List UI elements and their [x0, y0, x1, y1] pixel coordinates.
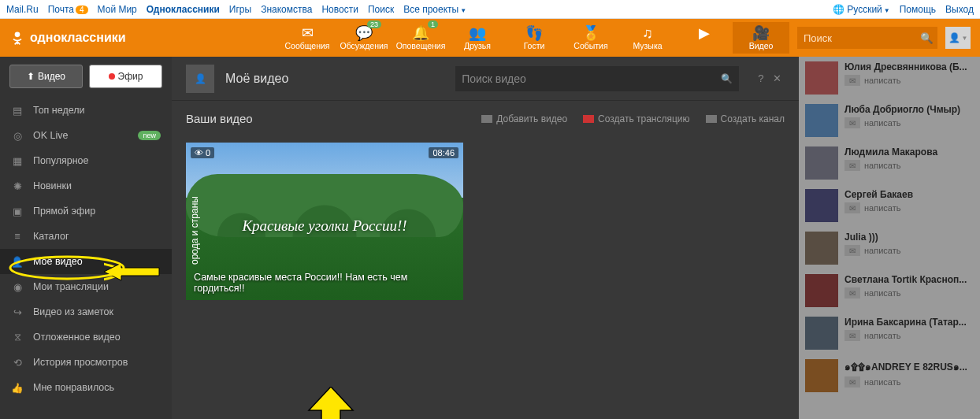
nav-messages[interactable]: ✉Сообщения	[279, 22, 336, 54]
nav-friends[interactable]: 👥Друзья	[449, 22, 506, 54]
upload-video-button[interactable]: ⬆Видео	[9, 65, 83, 88]
sidebar-item-mystreams[interactable]: ◉Мои трансляции	[0, 274, 172, 299]
sidebar-item-oklive[interactable]: ◎OK Livenew	[0, 123, 172, 148]
nav-guests[interactable]: 👣Гости	[506, 22, 562, 54]
sidebar-item-catalog[interactable]: ≡Каталог	[0, 224, 172, 249]
topbar-all[interactable]: Все проекты▼	[403, 4, 466, 15]
friend-item[interactable]: Светлана Tortik Красноп...✉написать	[799, 269, 980, 312]
header: одноклассники ✉Сообщения 23💬Обсуждения 1…	[0, 19, 980, 57]
video-search-input[interactable]	[462, 72, 721, 85]
topbar-search[interactable]: Поиск	[368, 4, 394, 15]
friends-panel: Юлия Дресвянникова (Б...✉написать Люба Д…	[799, 57, 980, 419]
write-button[interactable]: ✉написать	[845, 75, 974, 86]
thumb-duration: 08:46	[429, 147, 458, 158]
nav-play[interactable]: ▶	[676, 22, 733, 54]
topbar-mail[interactable]: Почта4	[48, 4, 88, 15]
sidebar-item-myvideo[interactable]: 👤Моё видео	[0, 249, 172, 274]
nav-video[interactable]: 🎥Видео	[733, 22, 789, 54]
logo[interactable]: одноклассники	[9, 30, 126, 46]
write-button[interactable]: ✉написать	[845, 117, 974, 128]
video-thumbnail[interactable]: Красивые уголки России!! орода и страны …	[186, 143, 463, 300]
avatar	[805, 104, 838, 137]
nav-notifications[interactable]: 1🔔Оповещения	[392, 22, 449, 54]
sidebar-item-popular[interactable]: ▦Популярное	[0, 148, 172, 173]
add-video-link[interactable]: Добавить видео	[481, 113, 567, 124]
bell-icon: 🔔	[392, 25, 449, 41]
friend-item[interactable]: Людмила Макарова✉написать	[799, 142, 980, 184]
friend-item[interactable]: Юлия Дресвянникова (Б...✉написать	[799, 57, 980, 99]
write-button[interactable]: ✉написать	[845, 330, 974, 341]
topbar-dating[interactable]: Знакомства	[261, 4, 312, 15]
header-search-button[interactable]: 🔍	[915, 27, 937, 49]
user-icon: 👤	[11, 256, 24, 268]
nav-discussions[interactable]: 23💬Обсуждения	[336, 22, 392, 54]
envelope-icon: ✉	[845, 287, 860, 298]
write-button[interactable]: ✉написать	[845, 160, 974, 171]
go-live-button[interactable]: Эфир	[89, 65, 162, 88]
thumbup-icon: 👍	[11, 382, 24, 394]
topbar-news[interactable]: Новости	[321, 4, 358, 15]
help-close[interactable]: ? ✕	[758, 72, 785, 84]
sidebar-item-history[interactable]: ⟲История просмотров	[0, 350, 172, 375]
grid-icon: ▦	[11, 155, 24, 167]
globe-icon: 🌐	[833, 4, 845, 15]
write-button[interactable]: ✉написать	[845, 202, 974, 213]
svg-point-0	[15, 32, 20, 38]
nav-events[interactable]: 🏅События	[562, 22, 619, 54]
clock-icon: ⧖	[11, 332, 24, 343]
avatar	[805, 317, 838, 350]
thumb-overlay-text: Красивые уголки России!!	[186, 217, 463, 235]
topbar-help[interactable]: Помощь	[900, 4, 936, 15]
write-button[interactable]: ✉написать	[845, 287, 974, 298]
thumb-views: 👁 0	[191, 147, 214, 158]
panel-title: Моё видео	[225, 72, 288, 86]
topbar-games[interactable]: Игры	[229, 4, 251, 15]
envelope-icon: ✉	[845, 202, 860, 213]
write-button[interactable]: ✉написать	[845, 376, 974, 387]
video-search: 🔍	[455, 66, 739, 91]
friend-item[interactable]: Ирина Баксарина (Татар...✉написать	[799, 312, 980, 354]
sidebar-item-liked[interactable]: 👍Мне понравилось	[0, 375, 172, 400]
sidebar-item-notes[interactable]: ↪Видео из заметок	[0, 299, 172, 324]
sidebar-item-deferred[interactable]: ⧖Отложенное видео	[0, 324, 172, 350]
friend-item[interactable]: Julia )))✉написать	[799, 227, 980, 269]
people-icon: 👥	[449, 25, 506, 41]
ok-logo-icon	[9, 30, 25, 46]
person-icon: 👤	[948, 32, 960, 43]
sidebar-item-live[interactable]: ▣Прямой эфир	[0, 198, 172, 224]
person-icon: 👤	[195, 73, 206, 84]
video-panel: 👤 Моё видео 🔍 ? ✕ Ваши видео Добавить ви…	[172, 57, 799, 419]
topbar-mymir[interactable]: Мой Мир	[98, 4, 137, 15]
topbar-lang[interactable]: 🌐 Русский▼	[833, 4, 890, 15]
chart-icon: ▤	[11, 105, 24, 117]
profile-menu[interactable]: 👤▼	[945, 27, 971, 49]
search-icon[interactable]: 🔍	[721, 73, 733, 84]
envelope-icon: ✉	[845, 245, 860, 256]
write-button[interactable]: ✉написать	[845, 245, 974, 256]
nav: ✉Сообщения 23💬Обсуждения 1🔔Оповещения 👥Д…	[279, 22, 789, 54]
header-search: 🔍	[797, 27, 937, 49]
note-icon: ↪	[11, 306, 24, 318]
avatar	[805, 232, 838, 265]
topbar-exit[interactable]: Выход	[945, 4, 974, 15]
chat-icon: 💬	[336, 25, 392, 41]
topbar-ok[interactable]: Одноклассники	[147, 4, 220, 15]
avatar	[805, 146, 838, 180]
topbar-mailru[interactable]: Mail.Ru	[6, 4, 39, 15]
create-channel-link[interactable]: Создать канал	[706, 113, 785, 124]
rec-icon	[109, 73, 115, 80]
header-search-input[interactable]	[797, 27, 915, 49]
avatar	[805, 61, 838, 95]
friend-item[interactable]: ๑۩۩๑ANDREY E 82RUS๑...✉написать	[799, 354, 980, 397]
envelope-icon: ✉	[845, 376, 860, 387]
gear-icon: ✺	[11, 180, 24, 192]
friend-item[interactable]: Сергей Бакаев✉написать	[799, 184, 980, 227]
sidebar-item-top[interactable]: ▤Топ недели	[0, 98, 172, 123]
channel-icon	[706, 115, 717, 123]
sidebar-item-new[interactable]: ✺Новинки	[0, 173, 172, 198]
create-stream-link[interactable]: Создать трансляцию	[583, 113, 689, 124]
music-icon: ♫	[619, 25, 676, 41]
friend-item[interactable]: Люба Добриогло (Чмыр)✉написать	[799, 99, 980, 142]
nav-music[interactable]: ♫Музыка	[619, 22, 676, 54]
envelope-icon: ✉	[845, 117, 860, 128]
